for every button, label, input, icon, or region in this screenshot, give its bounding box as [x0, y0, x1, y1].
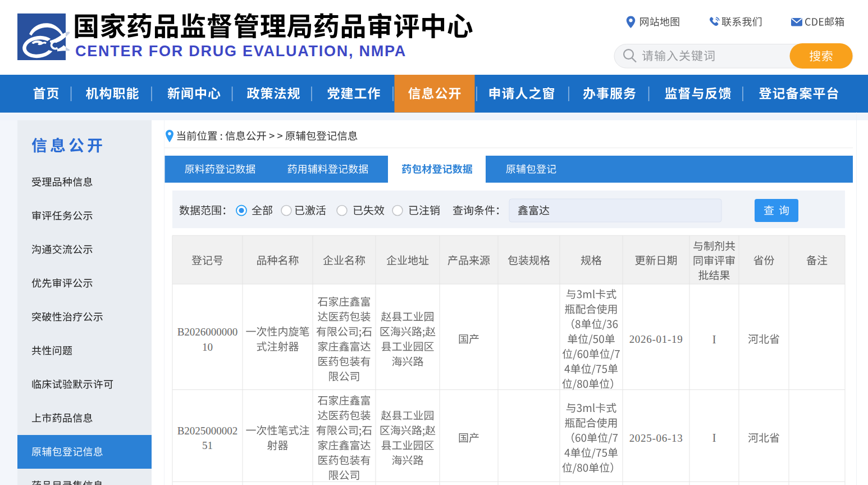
svg-text:I: I	[712, 432, 716, 444]
svg-text:2025-06-13: 2025-06-13	[629, 432, 683, 444]
svg-text:I: I	[712, 333, 716, 346]
svg-text:10: 10	[202, 341, 213, 353]
svg-text:2026-01-19: 2026-01-19	[629, 333, 683, 345]
svg-text:B2025000002: B2025000002	[177, 425, 238, 437]
svg-text:B2026000000: B2026000000	[177, 326, 238, 338]
svg-text:51: 51	[202, 439, 213, 451]
svg-text:CENTER FOR DRUG EVALUATION, NM: CENTER FOR DRUG EVALUATION, NMPA	[75, 43, 406, 60]
